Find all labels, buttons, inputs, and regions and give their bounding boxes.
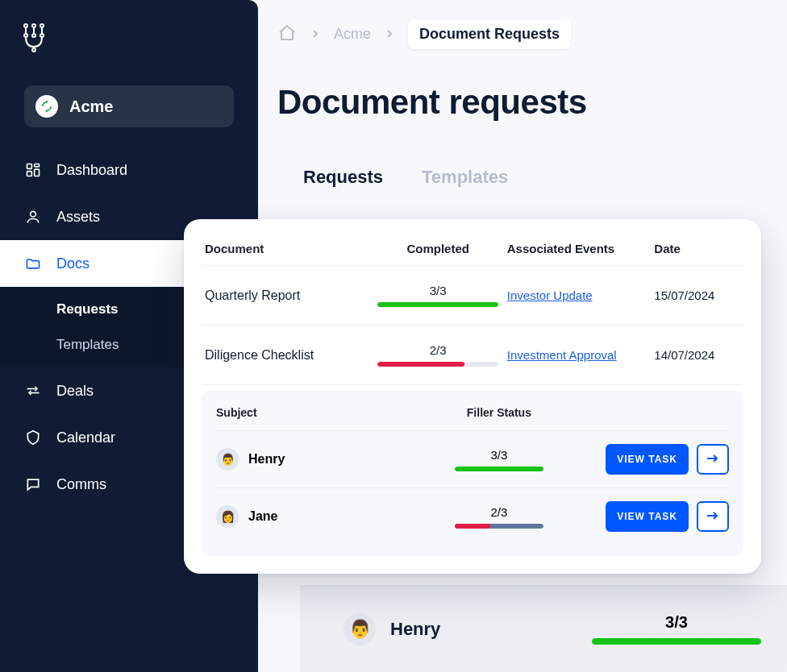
- open-button[interactable]: [697, 501, 729, 532]
- svg-rect-12: [35, 164, 40, 167]
- svg-rect-11: [27, 164, 32, 169]
- avatar: 👩: [216, 505, 239, 528]
- table-header: Document Completed Associated Events Dat…: [202, 237, 743, 266]
- table-row[interactable]: Quarterly Report 3/3 Investor Update 15/…: [202, 266, 743, 326]
- home-icon[interactable]: [277, 23, 297, 46]
- nav-label: Docs: [56, 255, 90, 272]
- requests-card: Document Completed Associated Events Dat…: [184, 219, 761, 574]
- progress-bar: [455, 467, 543, 471]
- page-title: Document requests: [277, 83, 787, 122]
- chevron-right-icon: [385, 28, 394, 41]
- nav-label: Calendar: [56, 429, 115, 446]
- breadcrumb: Acme Document Requests: [277, 19, 787, 49]
- nav-label: Deals: [56, 383, 94, 400]
- doc-name: Quarterly Report: [205, 288, 369, 303]
- nav-label: Assets: [56, 209, 100, 226]
- deals-icon: [24, 382, 42, 400]
- app-logo: [23, 23, 258, 58]
- bg-subject-name: Henry: [390, 619, 440, 640]
- nav-item-dashboard[interactable]: Dashboard: [0, 147, 258, 193]
- chevron-right-icon: [311, 28, 319, 41]
- associated-event-link[interactable]: Investment Approval: [507, 348, 648, 362]
- content-tabs: Requests Templates: [303, 167, 787, 188]
- arrow-right-icon: [706, 453, 720, 467]
- arrow-right-icon: [706, 510, 720, 524]
- col-document: Document: [205, 242, 369, 255]
- subcol-filler: Filler Status: [410, 406, 587, 419]
- svg-rect-13: [35, 169, 40, 176]
- svg-point-5: [40, 34, 44, 37]
- completed-label: 2/3: [430, 343, 447, 357]
- fillers-panel: Subject Filler Status 👨 Henry 3/3 VIEW T…: [202, 390, 743, 556]
- subject-name: Jane: [248, 509, 277, 524]
- subject-name: Henry: [248, 452, 285, 467]
- table-row[interactable]: Diligence Checklist 2/3 Investment Appro…: [202, 326, 743, 385]
- nav-label: Comms: [56, 476, 106, 493]
- svg-rect-14: [27, 172, 32, 176]
- open-button[interactable]: [697, 444, 729, 475]
- svg-point-15: [31, 211, 36, 217]
- bg-filler-label: 3/3: [665, 613, 688, 632]
- col-date: Date: [654, 242, 740, 255]
- tab-templates[interactable]: Templates: [422, 167, 508, 188]
- view-task-button[interactable]: VIEW TASK: [606, 501, 689, 532]
- progress-bar: [455, 524, 543, 529]
- tab-requests[interactable]: Requests: [303, 167, 383, 188]
- svg-point-3: [24, 34, 27, 37]
- col-associated: Associated Events: [507, 242, 648, 255]
- row-date: 15/07/2024: [654, 288, 740, 302]
- subcol-subject: Subject: [216, 406, 410, 419]
- svg-point-9: [32, 48, 35, 52]
- progress-bar: [377, 302, 498, 307]
- doc-name: Diligence Checklist: [205, 348, 369, 363]
- breadcrumb-item-current: Document Requests: [408, 19, 571, 49]
- associated-event-link[interactable]: Investor Update: [507, 288, 648, 302]
- dashboard-icon: [24, 161, 42, 179]
- col-completed: Completed: [376, 242, 501, 255]
- filler-row: 👨 Henry 3/3 VIEW TASK: [216, 431, 729, 488]
- background-expanded-row: 👨 Henry 3/3: [300, 585, 787, 672]
- org-name: Acme: [69, 97, 113, 116]
- svg-point-1: [32, 24, 35, 27]
- assets-icon: [24, 208, 42, 226]
- svg-point-4: [32, 34, 35, 37]
- svg-point-2: [40, 24, 44, 27]
- nav-label: Dashboard: [56, 162, 127, 179]
- breadcrumb-item[interactable]: Acme: [334, 26, 371, 43]
- progress-bar: [377, 362, 498, 367]
- completed-label: 3/3: [430, 284, 447, 297]
- calendar-icon: [24, 429, 42, 446]
- row-date: 14/07/2024: [654, 348, 740, 362]
- view-task-button[interactable]: VIEW TASK: [606, 444, 689, 475]
- avatar: 👨: [216, 448, 239, 471]
- filler-row: 👩 Jane 2/3 VIEW TASK: [216, 488, 729, 545]
- org-selector[interactable]: Acme: [24, 85, 234, 127]
- filler-label: 3/3: [490, 448, 507, 462]
- comms-icon: [24, 475, 42, 493]
- avatar: 👨: [344, 613, 376, 645]
- progress-bar: [592, 638, 761, 645]
- filler-label: 2/3: [490, 505, 507, 519]
- svg-point-0: [24, 24, 27, 27]
- docs-icon: [24, 255, 42, 272]
- org-badge-icon: [35, 95, 58, 118]
